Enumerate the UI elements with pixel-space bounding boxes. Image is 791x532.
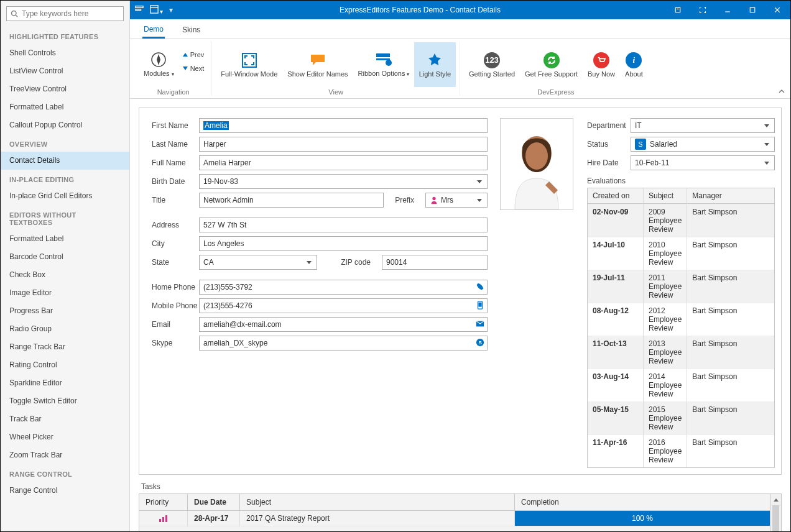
titlebar: ▾ ▾ ExpressEditors Features Demo - Conta… <box>130 1 790 19</box>
about-button[interactable]: i About <box>620 42 648 87</box>
modules-button[interactable]: Modules ▾ <box>139 42 179 87</box>
next-button[interactable]: Next <box>179 63 208 73</box>
sidebar-item[interactable]: Wheel Picker <box>1 428 129 446</box>
ribbon-tab-demo[interactable]: Demo <box>142 20 165 39</box>
scroll-thumb[interactable] <box>772 505 779 531</box>
sidebar: HIGHLIGHTED FEATURESShell ControlsListVi… <box>1 1 130 531</box>
fullscreen-icon <box>241 52 257 68</box>
show-editor-names-button[interactable]: Show Editor Names <box>282 42 353 87</box>
mobile-icon <box>476 301 484 311</box>
contact-photo[interactable] <box>500 118 573 210</box>
last-name-input[interactable]: Harper <box>199 137 488 152</box>
title-input[interactable]: Network Admin <box>199 193 384 208</box>
collapse-ribbon-button[interactable] <box>777 86 787 96</box>
first-name-input[interactable]: Amelia <box>199 118 488 133</box>
compass-icon <box>150 52 167 68</box>
sidebar-item[interactable]: Callout Popup Control <box>1 116 129 134</box>
hire-date-input[interactable]: 10-Feb-11 <box>631 155 775 170</box>
speech-bubble-icon <box>310 53 326 67</box>
state-select[interactable]: CA <box>199 255 317 270</box>
sidebar-section-title: EDITORS WITHOUT TEXTBOXES <box>1 205 129 230</box>
ribbon-tab-skins[interactable]: Skins <box>181 21 201 39</box>
search-input[interactable] <box>21 9 119 19</box>
svg-point-16 <box>386 60 392 66</box>
evaluation-row[interactable]: 11-Oct-132013 Employee ReviewBart Simpso… <box>588 336 774 369</box>
svg-line-1 <box>16 15 17 17</box>
city-input[interactable]: Los Angeles <box>199 236 488 251</box>
sidebar-item[interactable]: Rating Control <box>1 356 129 374</box>
help-mode-button[interactable] <box>667 1 688 19</box>
skype-icon: S <box>476 338 484 349</box>
status-badge-icon: S <box>635 139 646 150</box>
evaluation-row[interactable]: 02-Nov-092009 Employee ReviewBart Simpso… <box>588 204 774 237</box>
tasks-label: Tasks <box>141 482 782 491</box>
sidebar-item[interactable]: Barcode Control <box>1 248 129 266</box>
prefix-select[interactable]: Mrs <box>425 193 488 208</box>
sidebar-item[interactable]: Check Box <box>1 266 129 284</box>
number-icon: 123 <box>484 52 500 68</box>
get-free-support-button[interactable]: Get Free Support <box>520 42 583 87</box>
evaluation-row[interactable]: 05-May-152015 Employee ReviewBart Simpso… <box>588 401 774 434</box>
sidebar-item[interactable]: TreeView Control <box>1 80 129 98</box>
evaluation-row[interactable]: 11-Apr-162016 Employee ReviewBart Simpso… <box>588 434 774 467</box>
sidebar-item[interactable]: Shell Controls <box>1 44 129 62</box>
sidebar-item[interactable]: Zoom Track Bar <box>1 446 129 464</box>
sidebar-item[interactable]: Progress Bar <box>1 302 129 320</box>
skype-input[interactable]: ameliah_DX_skypeS <box>199 336 488 351</box>
evaluation-row[interactable]: 14-Jul-102010 Employee ReviewBart Simpso… <box>588 237 774 270</box>
getting-started-button[interactable]: 123 Getting Started <box>464 42 520 87</box>
svg-rect-9 <box>750 7 755 12</box>
refresh-icon <box>544 52 560 68</box>
evaluation-row[interactable]: 19-Jul-112011 Employee ReviewBart Simpso… <box>588 270 774 303</box>
sidebar-item[interactable]: Radio Group <box>1 320 129 338</box>
sidebar-item[interactable]: In-place Grid Cell Editors <box>1 187 129 205</box>
svg-rect-4 <box>150 5 158 12</box>
sidebar-item[interactable]: Formatted Label <box>1 230 129 248</box>
tasks-scrollbar[interactable] <box>770 494 781 531</box>
full-window-mode-button[interactable]: Full-Window Mode <box>216 42 282 87</box>
sidebar-item[interactable]: Contact Details <box>1 152 129 170</box>
ribbon-options-button[interactable]: Ribbon Options ▾ <box>353 42 414 87</box>
ribbon-display-options-icon[interactable] <box>135 5 144 16</box>
task-row[interactable]: 28-Apr-172017 QA Strategy Report100 % <box>139 511 770 526</box>
department-select[interactable]: IT <box>631 118 775 133</box>
buy-now-button[interactable]: Buy Now <box>583 42 620 87</box>
evaluation-row[interactable]: 03-Aug-142014 Employee ReviewBart Simpso… <box>588 369 774 401</box>
sidebar-item[interactable]: Track Bar <box>1 410 129 428</box>
sidebar-item[interactable]: Range Track Bar <box>1 338 129 356</box>
prev-button[interactable]: Prev <box>179 50 208 60</box>
close-button[interactable] <box>767 1 788 19</box>
sidebar-item[interactable]: Range Control <box>1 482 129 500</box>
sidebar-item[interactable]: Formatted Label <box>1 98 129 116</box>
evaluations-grid[interactable]: Created on Subject Manager 02-Nov-092009… <box>587 188 775 468</box>
sidebar-item[interactable]: Sparkline Editor <box>1 374 129 392</box>
light-style-button[interactable]: Light Style <box>414 42 456 87</box>
minimize-button[interactable] <box>717 1 738 19</box>
svg-rect-2 <box>136 6 143 7</box>
home-phone-input[interactable]: (213)555-3792 <box>199 280 488 295</box>
search-input-wrap[interactable] <box>6 6 124 21</box>
scroll-up-button[interactable] <box>770 494 781 505</box>
tasks-grid[interactable]: Priority Due Date Subject Completion 28-… <box>139 493 782 531</box>
mobile-phone-input[interactable]: (213)555-4276 <box>199 298 488 313</box>
address-input[interactable]: 527 W 7th St <box>199 218 488 232</box>
focus-button[interactable] <box>692 1 713 19</box>
full-name-input[interactable]: Amelia Harper <box>199 155 488 170</box>
window-layout-icon[interactable]: ▾ <box>150 5 163 16</box>
sidebar-item[interactable]: Toggle Switch Editor <box>1 392 129 410</box>
person-icon <box>430 196 438 204</box>
ribbon-tabs: Demo Skins <box>130 19 790 39</box>
email-input[interactable]: ameliah@dx-email.com <box>199 317 488 332</box>
svg-point-25 <box>525 142 548 170</box>
svg-text:S: S <box>478 340 481 346</box>
sidebar-item[interactable]: Image Editor <box>1 284 129 302</box>
maximize-button[interactable] <box>742 1 763 19</box>
sidebar-section-title: IN-PLACE EDITING <box>1 170 129 187</box>
status-select[interactable]: SSalaried <box>631 137 775 152</box>
birth-date-input[interactable]: 19-Nov-83 <box>199 174 488 189</box>
evaluation-row[interactable]: 08-Aug-122012 Employee ReviewBart Simpso… <box>588 303 774 336</box>
evaluations-label: Evaluations <box>587 177 775 185</box>
phone-icon <box>476 282 484 293</box>
zip-input[interactable]: 90014 <box>382 255 488 270</box>
sidebar-item[interactable]: ListView Control <box>1 62 129 80</box>
